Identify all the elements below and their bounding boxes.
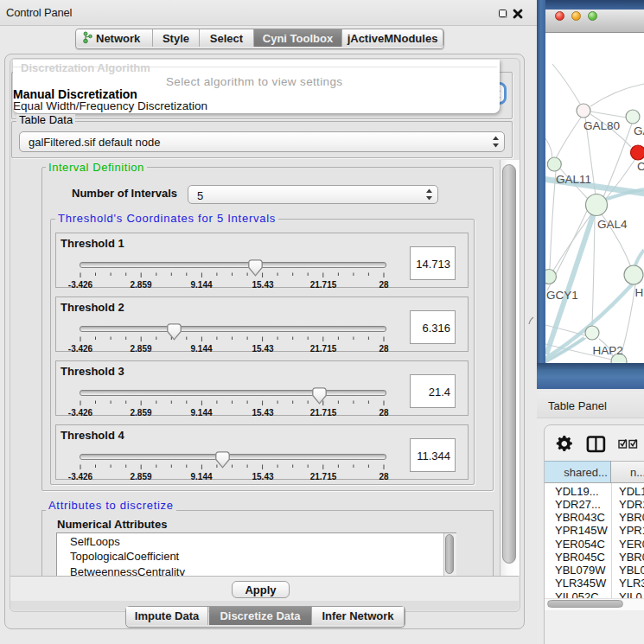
svg-text:GAL11: GAL11 xyxy=(556,173,591,186)
svg-text:GAL80: GAL80 xyxy=(583,119,620,132)
svg-text:GAL4: GAL4 xyxy=(597,218,628,231)
svg-text:H: H xyxy=(635,286,644,299)
svg-text:GCY1: GCY1 xyxy=(546,289,578,302)
svg-text:HAP2: HAP2 xyxy=(593,344,623,357)
svg-text:GA: GA xyxy=(634,124,644,137)
svg-text:C: C xyxy=(637,160,644,173)
